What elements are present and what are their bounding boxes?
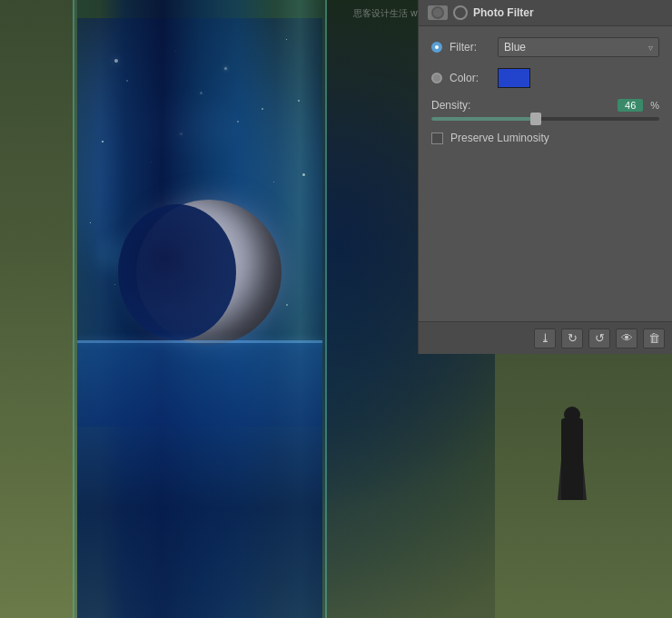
eye-icon: 👁 [621, 331, 633, 345]
color-label: Color: [450, 72, 490, 84]
person-silhouette [554, 391, 590, 500]
dropdown-arrow-icon: ▿ [648, 43, 653, 53]
redo-icon: ↺ [595, 331, 605, 345]
color-radio[interactable] [431, 73, 442, 83]
filter-row: Filter: Blue ▿ [431, 37, 659, 57]
color-swatch[interactable] [498, 68, 530, 88]
filter-value: Blue [504, 41, 526, 54]
density-slider-track[interactable] [431, 117, 659, 121]
footer-btn-2[interactable]: ↻ [561, 329, 583, 348]
panel-content: Filter: Blue ▿ Color: Density: 46 % [419, 26, 672, 155]
density-value: 46 [618, 99, 643, 112]
preserve-luminosity-row: Preserve Luminosity [431, 132, 659, 144]
filter-label: Filter: [450, 41, 490, 54]
preserve-luminosity-label: Preserve Luminosity [450, 132, 549, 144]
panel-title: Photo Filter [473, 6, 534, 19]
preserve-luminosity-checkbox[interactable] [431, 132, 443, 144]
circle-icon [453, 5, 468, 20]
density-label-row: Density: 46 % [431, 99, 659, 112]
panel-footer: ⤓ ↻ ↺ 👁 🗑 [419, 321, 672, 354]
footer-btn-1[interactable]: ⤓ [534, 329, 556, 348]
trash-icon: 🗑 [648, 331, 660, 345]
footer-btn-5[interactable]: 🗑 [643, 329, 665, 348]
density-label: Density: [431, 99, 470, 112]
properties-panel: Photo Filter Filter: Blue ▿ Color: Densi… [418, 0, 672, 354]
camera-icon [428, 5, 448, 20]
left-scenery [0, 0, 77, 618]
filter-dropdown[interactable]: Blue ▿ [498, 37, 659, 57]
density-percent: % [650, 100, 659, 111]
density-slider-fill [431, 117, 536, 121]
footer-btn-3[interactable]: ↺ [588, 329, 610, 348]
water-below [77, 343, 322, 618]
filter-radio[interactable] [431, 42, 442, 53]
moon-crescent [118, 181, 300, 363]
add-layer-icon: ⤓ [540, 331, 550, 345]
refresh-icon: ↻ [568, 331, 578, 345]
density-slider-thumb[interactable] [530, 113, 541, 125]
panel-header: Photo Filter [419, 0, 672, 26]
color-row: Color: [431, 68, 659, 88]
footer-btn-4[interactable]: 👁 [616, 329, 637, 348]
density-section: Density: 46 % [431, 99, 659, 121]
